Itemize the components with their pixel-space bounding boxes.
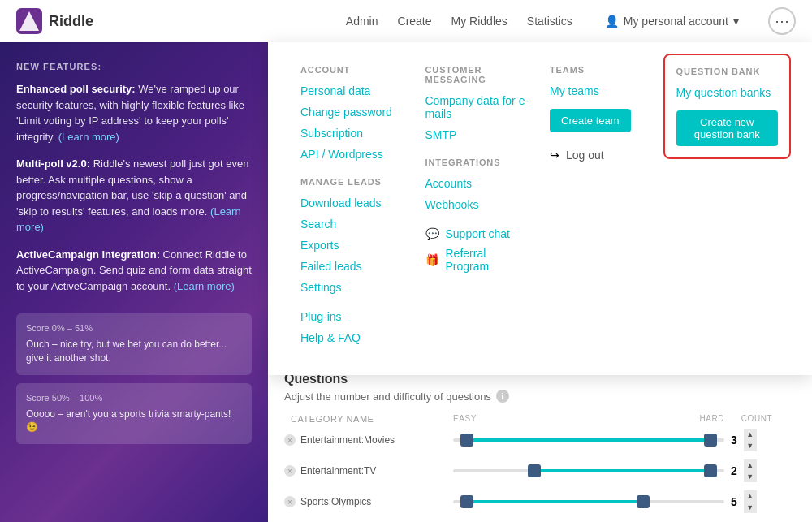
slider-thumb-left[interactable]: [460, 434, 473, 447]
dropdown-exports-link[interactable]: Exports: [300, 239, 406, 252]
dropdown-question-bank-title: QUESTION BANK: [676, 67, 779, 76]
row-entertainment-tv-slider[interactable]: [453, 469, 724, 472]
dropdown-download-leads-link[interactable]: Download leads: [300, 196, 406, 209]
dropdown-accounts-link[interactable]: Accounts: [425, 177, 531, 190]
count-value: 5: [731, 495, 737, 508]
nav-link-admin[interactable]: Admin: [346, 15, 378, 28]
slider-fill: [467, 500, 643, 503]
nav-links: Admin Create My Riddles Statistics 👤 My …: [346, 7, 796, 35]
dropdown-settings-link[interactable]: Settings: [300, 281, 406, 294]
count-up-button[interactable]: ▲: [744, 490, 757, 502]
nav-link-create[interactable]: Create: [398, 15, 432, 28]
feature-activecampaign-text: Connect Riddle to ActiveCampaign. Send q…: [16, 248, 252, 292]
dropdown-my-teams-link[interactable]: My teams: [550, 84, 655, 97]
dropdown-change-password-link[interactable]: Change password: [300, 106, 406, 119]
question-bank-highlighted: QUESTION BANK My question banks Create n…: [663, 54, 792, 159]
row-sports-olympics-text: Sports:Olympics: [300, 496, 371, 507]
count-down-button[interactable]: ▼: [744, 471, 757, 482]
dropdown-search-link[interactable]: Search: [300, 218, 406, 231]
dropdown-plugins-link[interactable]: Plug-ins: [300, 310, 406, 323]
dropdown-failed-leads-link[interactable]: Failed leads: [300, 260, 406, 273]
navbar: Riddle Admin Create My Riddles Statistic…: [0, 0, 812, 42]
row-entertainment-movies-label: × Entertainment:Movies: [284, 434, 447, 446]
feature-activecampaign-link[interactable]: (Learn more): [174, 280, 235, 292]
dropdown-question-bank-section: QUESTION BANK My question banks Create n…: [675, 65, 780, 352]
row-entertainment-tv-remove[interactable]: ×: [284, 465, 296, 477]
row-sports-olympics-remove[interactable]: ×: [284, 496, 296, 507]
account-icon: 👤: [605, 15, 619, 28]
logo-area: Riddle: [16, 8, 93, 34]
score-card-high-label: Score 50% – 100%: [26, 393, 242, 403]
row-entertainment-movies-text: Entertainment:Movies: [300, 434, 395, 446]
dropdown-create-question-bank-button[interactable]: Create new question bank: [676, 110, 779, 146]
logout-icon: ↪: [550, 149, 559, 162]
row-entertainment-movies-count: 3 ▲ ▼: [731, 429, 796, 451]
count-down-button[interactable]: ▼: [744, 502, 757, 513]
dropdown-create-team-button[interactable]: Create team: [550, 109, 631, 132]
account-label: My personal account: [624, 15, 728, 28]
dropdown-api-wordpress-link[interactable]: API / Wordpress: [300, 148, 406, 161]
questions-subtitle-text: Adjust the number and difficulty of ques…: [284, 390, 491, 403]
nav-dots-button[interactable]: ⋯: [768, 7, 796, 35]
dropdown-teams-section: TEAMS My teams Create team ↪ Log out: [550, 65, 655, 352]
row-entertainment-tv-count: 2 ▲ ▼: [731, 459, 796, 482]
table-row: × Entertainment:Movies 3 ▲ ▼: [284, 429, 796, 451]
nav-link-statistics[interactable]: Statistics: [527, 15, 572, 28]
row-entertainment-movies-slider[interactable]: [453, 438, 724, 442]
slider-thumb-left[interactable]: [528, 464, 541, 477]
row-entertainment-tv-label: × Entertainment:TV: [284, 465, 447, 477]
score-card-low: Score 0% – 51% Ouch – nice try, but we b…: [16, 313, 252, 375]
dropdown-account-title: ACCOUNT: [300, 65, 406, 75]
table-row: × Sports:Olympics 5 ▲ ▼: [284, 490, 796, 513]
slider-thumb-right[interactable]: [704, 434, 717, 447]
dropdown-support-chat-link[interactable]: Support chat: [446, 227, 510, 240]
slider-fill: [467, 438, 711, 442]
feature-activecampaign-title: ActiveCampaign Integration:: [16, 248, 160, 261]
logo-text: Riddle: [49, 13, 93, 30]
count-value: 3: [731, 434, 737, 447]
dropdown-company-data-link[interactable]: Company data for e-mails: [425, 94, 531, 120]
dropdown-smtp-link[interactable]: SMTP: [425, 128, 531, 141]
riddle-logo-icon: [16, 8, 42, 34]
row-sports-olympics-slider[interactable]: [453, 500, 724, 503]
score-card-high: Score 50% – 100% Ooooo – aren't you a sp…: [16, 383, 252, 445]
count-up-button[interactable]: ▲: [744, 459, 757, 471]
dropdown-referral-link[interactable]: Referral Program: [446, 247, 531, 273]
nav-link-my-riddles[interactable]: My Riddles: [451, 15, 508, 28]
support-chat-icon: 💬: [425, 227, 439, 240]
feature-activecampaign: ActiveCampaign Integration: Connect Ridd…: [16, 247, 252, 295]
slider-thumb-left[interactable]: [460, 495, 473, 508]
dropdown-overlay: ACCOUNT Personal data Change password Su…: [268, 42, 812, 375]
score-card-high-text: Ooooo – aren't you a sports trivia smart…: [26, 408, 242, 435]
info-icon: i: [496, 390, 509, 403]
header-easy: EASY: [453, 414, 562, 424]
dropdown-help-faq-link[interactable]: Help & FAQ: [300, 331, 406, 344]
dropdown-logout-link[interactable]: Log out: [566, 149, 604, 162]
header-hard: HARD: [562, 414, 724, 424]
dropdown-integrations-title: INTEGRATIONS: [425, 157, 531, 167]
row-sports-olympics-label: × Sports:Olympics: [284, 496, 447, 507]
feature-poll-security-title: Enhanced poll security:: [16, 83, 136, 95]
dropdown-personal-data-link[interactable]: Personal data: [300, 84, 406, 97]
questions-subtitle: Adjust the number and difficulty of ques…: [284, 390, 796, 403]
dropdown-manage-leads-title: MANAGE LEADS: [300, 177, 406, 187]
score-card-low-label: Score 0% – 51%: [26, 323, 242, 333]
feature-multipoll-text: Riddle's newest poll just got even bette…: [16, 157, 248, 218]
dropdown-subscription-link[interactable]: Subscription: [300, 127, 406, 140]
row-entertainment-tv-text: Entertainment:TV: [300, 465, 376, 477]
feature-multipoll-link[interactable]: (Learn more): [16, 205, 241, 234]
feature-poll-security-link[interactable]: (Learn more): [58, 131, 119, 143]
dropdown-teams-title: TEAMS: [550, 65, 655, 75]
feature-poll-security: Enhanced poll security: We've ramped up …: [16, 81, 252, 145]
count-value: 2: [731, 464, 737, 477]
dropdown-customer-messaging-section: CUSTOMER MESSAGING Company data for e-ma…: [425, 65, 531, 352]
slider-thumb-right[interactable]: [637, 495, 650, 508]
count-up-button[interactable]: ▲: [744, 429, 757, 440]
slider-thumb-right[interactable]: [704, 464, 717, 477]
referral-icon: 🎁: [425, 253, 439, 266]
dropdown-webhooks-link[interactable]: Webhooks: [425, 198, 531, 211]
nav-account-button[interactable]: 👤 My personal account ▾: [605, 15, 739, 28]
count-down-button[interactable]: ▼: [744, 440, 757, 451]
row-entertainment-movies-remove[interactable]: ×: [284, 434, 296, 446]
dropdown-my-question-banks-link[interactable]: My question banks: [676, 86, 779, 99]
